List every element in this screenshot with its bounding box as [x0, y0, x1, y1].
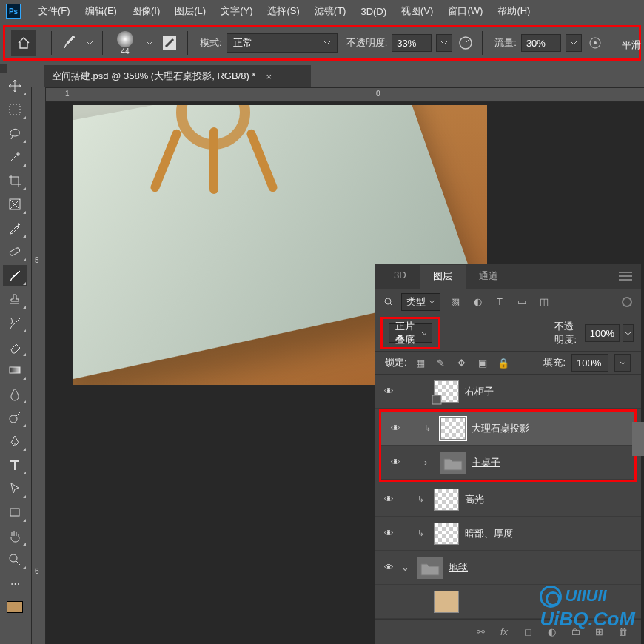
brush-tool[interactable]: [3, 265, 27, 286]
lock-pixels-icon[interactable]: ✎: [434, 358, 449, 369]
visibility-toggle[interactable]: 👁: [389, 423, 402, 434]
pressure-opacity-toggle[interactable]: [457, 34, 474, 52]
layer-name[interactable]: 地毯: [449, 561, 468, 574]
fill-dropdown[interactable]: [614, 354, 631, 372]
document-tab[interactable]: 空间搭建.psd @ 358% (大理石桌投影, RGB/8) * ×: [44, 65, 311, 87]
path-select-tool[interactable]: [3, 478, 27, 499]
filter-type-icon[interactable]: T: [492, 296, 507, 307]
airbrush-toggle[interactable]: [586, 34, 604, 52]
dodge-tool[interactable]: [3, 407, 27, 428]
layer-row[interactable]: 👁 ⌄ 地毯: [375, 551, 641, 585]
lock-position-icon[interactable]: ✥: [455, 358, 469, 369]
opacity-dropdown[interactable]: [436, 34, 452, 52]
magic-wand-tool[interactable]: [3, 147, 27, 167]
layer-thumbnail[interactable]: [434, 591, 459, 613]
menu-window[interactable]: 窗口(W): [440, 1, 490, 21]
menu-type[interactable]: 文字(Y): [213, 1, 260, 21]
blend-mode-select[interactable]: 正常: [227, 33, 338, 53]
frame-tool[interactable]: [3, 194, 27, 215]
tab-layers[interactable]: 图层: [420, 265, 466, 289]
crop-tool[interactable]: [3, 170, 27, 191]
layer-style-button[interactable]: fx: [497, 626, 511, 637]
flow-dropdown[interactable]: [566, 34, 582, 52]
menu-view[interactable]: 视图(V): [394, 1, 440, 21]
filter-smart-icon[interactable]: ◫: [537, 296, 551, 307]
tool-preset-dropdown[interactable]: [84, 39, 95, 47]
menu-image[interactable]: 图像(I): [124, 1, 167, 21]
fill-input[interactable]: 100%: [571, 354, 608, 372]
visibility-toggle[interactable]: 👁: [382, 562, 395, 573]
filter-adjust-icon[interactable]: ◐: [470, 296, 485, 307]
zoom-tool[interactable]: [3, 549, 27, 570]
move-tool[interactable]: [3, 76, 27, 96]
layer-row[interactable]: 👁 ↳ 暗部、厚度: [375, 517, 641, 551]
visibility-toggle[interactable]: 👁: [382, 386, 395, 397]
filter-type-select[interactable]: 类型: [401, 293, 440, 311]
edit-toolbar[interactable]: ⋯: [3, 573, 27, 594]
lock-artboard-icon[interactable]: ▣: [475, 358, 490, 369]
foreground-color-swatch[interactable]: [7, 601, 23, 613]
brush-dropdown[interactable]: [144, 39, 155, 47]
pen-tool[interactable]: [3, 431, 27, 452]
visibility-toggle[interactable]: 👁: [382, 494, 395, 505]
layer-name[interactable]: 右柜子: [465, 385, 494, 398]
tab-channels[interactable]: 通道: [466, 265, 511, 289]
layer-row[interactable]: 👁 ↳ 高光: [375, 483, 641, 517]
lasso-tool[interactable]: [3, 123, 27, 144]
layer-name[interactable]: 大理石桌投影: [472, 422, 529, 435]
menu-3d[interactable]: 3D(D): [353, 3, 394, 20]
opacity-input[interactable]: 33%: [392, 34, 432, 52]
layer-name[interactable]: 主桌子: [472, 456, 500, 469]
layer-opacity-input[interactable]: 100%: [585, 324, 620, 342]
visibility-toggle[interactable]: 👁: [382, 528, 395, 539]
folder-icon[interactable]: [417, 557, 443, 579]
history-brush-tool[interactable]: [3, 312, 27, 333]
shape-tool[interactable]: [3, 502, 27, 523]
lock-transparency-icon[interactable]: ▦: [413, 358, 428, 369]
folder-icon[interactable]: [440, 452, 466, 474]
stamp-tool[interactable]: [3, 289, 27, 309]
layer-row-selected[interactable]: 👁 ↳ 大理石桌投影: [381, 412, 634, 446]
healing-tool[interactable]: [3, 241, 27, 262]
menu-edit[interactable]: 编辑(E): [78, 1, 124, 21]
flow-input[interactable]: 30%: [521, 34, 561, 52]
scrollbar-thumb[interactable]: [632, 422, 644, 456]
hand-tool[interactable]: [3, 526, 27, 546]
layer-thumbnail[interactable]: [440, 417, 466, 440]
layer-opacity-dropdown[interactable]: [623, 324, 634, 342]
marquee-tool[interactable]: [3, 99, 27, 120]
menu-layer[interactable]: 图层(L): [167, 1, 213, 21]
brush-settings-toggle[interactable]: [159, 33, 180, 53]
lock-all-icon[interactable]: 🔒: [496, 358, 511, 369]
layer-blend-mode-select[interactable]: 正片叠底: [389, 323, 432, 343]
eraser-tool[interactable]: [3, 336, 27, 357]
expand-toggle[interactable]: ›: [424, 457, 435, 468]
layer-name[interactable]: 暗部、厚度: [465, 527, 513, 540]
filter-shape-icon[interactable]: ▭: [514, 296, 529, 307]
menu-select[interactable]: 选择(S): [260, 1, 306, 21]
layer-thumbnail[interactable]: [434, 489, 459, 511]
layer-row[interactable]: 👁 › 主桌子: [381, 446, 634, 480]
layer-row[interactable]: 👁 右柜子: [375, 375, 641, 409]
layer-thumbnail[interactable]: [434, 380, 459, 403]
link-layers-button[interactable]: ⚯: [474, 626, 487, 637]
eyedropper-tool[interactable]: [3, 218, 27, 238]
blur-tool[interactable]: [3, 383, 27, 404]
menu-file[interactable]: 文件(F): [31, 1, 78, 21]
layer-mask-button[interactable]: ◻: [521, 626, 534, 637]
panel-menu-button[interactable]: [619, 271, 632, 281]
tab-3d[interactable]: 3D: [380, 265, 420, 289]
layer-thumbnail[interactable]: [434, 523, 459, 545]
visibility-toggle[interactable]: 👁: [389, 457, 402, 468]
filter-pixel-icon[interactable]: ▧: [448, 296, 463, 307]
gradient-tool[interactable]: [3, 360, 27, 380]
menu-filter[interactable]: 滤镜(T): [307, 1, 354, 21]
home-button[interactable]: [11, 30, 36, 56]
close-tab-button[interactable]: ×: [266, 71, 272, 82]
type-tool[interactable]: [3, 455, 27, 475]
menu-help[interactable]: 帮助(H): [490, 1, 537, 21]
tool-preset-picker[interactable]: [59, 34, 80, 52]
brush-preset-picker[interactable]: 44: [110, 31, 140, 56]
expand-toggle[interactable]: ⌄: [401, 562, 412, 573]
filter-toggle[interactable]: [622, 297, 632, 307]
